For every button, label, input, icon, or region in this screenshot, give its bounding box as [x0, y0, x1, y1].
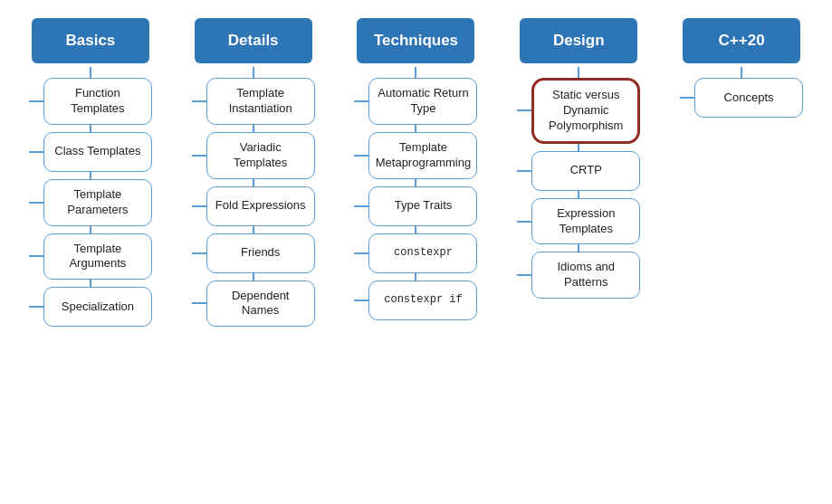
h-line: [517, 109, 531, 111]
column-details: DetailsTemplate InstantiationVariadic Te…: [172, 18, 335, 327]
connector-v-design: [578, 67, 579, 78]
card-item: Fold Expressions: [206, 186, 315, 226]
item-row: CRTP: [497, 151, 660, 191]
column-basics: BasicsFunction TemplatesClass TemplatesT…: [9, 18, 172, 327]
item-row: constexpr if: [335, 281, 498, 320]
h-line: [354, 205, 368, 207]
card-item: CRTP: [531, 151, 640, 191]
h-line: [192, 100, 206, 102]
item-row: Template Parameters: [9, 179, 172, 226]
connector-v-basics: [90, 67, 91, 78]
h-line: [29, 100, 43, 102]
h-line: [192, 252, 206, 254]
item-row: Idioms and Patterns: [497, 252, 660, 299]
seg-v: [415, 179, 416, 186]
h-line: [192, 155, 206, 157]
h-line: [29, 255, 43, 257]
h-line: [680, 97, 694, 99]
seg-v: [578, 244, 579, 252]
item-row: Friends: [172, 233, 335, 273]
h-line: [354, 155, 368, 157]
item-row: Class Templates: [9, 132, 172, 172]
seg-v: [253, 125, 254, 132]
card-item: Variadic Templates: [206, 132, 315, 179]
col-header-details: Details: [195, 18, 312, 63]
card-item: Automatic Return Type: [368, 78, 477, 125]
item-row: Variadic Templates: [172, 132, 335, 179]
seg-v: [253, 179, 254, 186]
card-item: constexpr if: [368, 281, 477, 320]
seg-v: [578, 191, 579, 198]
seg-v: [90, 280, 91, 287]
card-item: Expression Templates: [531, 198, 640, 245]
column-design: DesignStatic versus Dynamic Polymorphism…: [497, 18, 660, 299]
connector-v-cpp20: [741, 67, 742, 78]
h-line: [354, 252, 368, 254]
seg-v: [90, 125, 91, 132]
card-item: Template Instantiation: [206, 78, 315, 125]
h-line: [354, 100, 368, 102]
item-row: Function Templates: [9, 78, 172, 125]
seg-v: [415, 226, 416, 233]
card-item: Template Arguments: [43, 233, 152, 281]
seg-v: [90, 226, 91, 233]
card-item: Static versus Dynamic Polymorphism: [531, 78, 640, 144]
h-line: [29, 151, 43, 153]
card-item: Dependent Names: [206, 281, 315, 328]
h-line: [354, 300, 368, 301]
h-line: [29, 202, 43, 204]
item-row: Specialization: [9, 287, 172, 327]
item-row: Static versus Dynamic Polymorphism: [497, 78, 660, 144]
item-row: Automatic Return Type: [335, 78, 498, 125]
column-cpp20: C++20Concepts: [660, 18, 823, 118]
card-item: Class Templates: [43, 132, 152, 172]
connector-v-details: [253, 67, 254, 78]
h-line: [192, 205, 206, 207]
item-row: Dependent Names: [172, 281, 335, 328]
card-item: constexpr: [368, 233, 477, 273]
item-row: Fold Expressions: [172, 186, 335, 226]
h-line: [517, 274, 531, 276]
item-row: Template Metaprogramming: [335, 132, 498, 179]
item-row: Template Arguments: [9, 233, 172, 281]
seg-v: [90, 172, 91, 179]
diagram: BasicsFunction TemplatesClass TemplatesT…: [9, 18, 823, 327]
seg-v: [415, 125, 416, 132]
card-item: Function Templates: [43, 78, 152, 125]
h-line: [517, 170, 531, 172]
item-row: Expression Templates: [497, 198, 660, 245]
seg-v: [253, 273, 254, 281]
item-row: constexpr: [335, 233, 498, 273]
seg-v: [253, 226, 254, 233]
card-item: Specialization: [43, 287, 152, 327]
card-item: Idioms and Patterns: [531, 252, 640, 299]
h-line: [192, 302, 206, 304]
card-item: Template Metaprogramming: [368, 132, 477, 179]
card-item: Template Parameters: [43, 179, 152, 226]
item-row: Type Traits: [335, 186, 498, 226]
column-techniques: TechniquesAutomatic Return TypeTemplate …: [335, 18, 498, 320]
h-line: [517, 221, 531, 223]
item-row: Concepts: [660, 78, 823, 118]
col-header-basics: Basics: [32, 18, 149, 63]
connector-v-techniques: [415, 67, 416, 78]
h-line: [29, 306, 43, 308]
seg-v: [578, 144, 579, 151]
card-item: Concepts: [694, 78, 803, 118]
card-item: Friends: [206, 233, 315, 273]
seg-v: [415, 273, 416, 281]
col-header-cpp20: C++20: [683, 18, 800, 63]
col-header-techniques: Techniques: [357, 18, 474, 63]
col-header-design: Design: [520, 18, 637, 63]
card-item: Type Traits: [368, 186, 477, 226]
item-row: Template Instantiation: [172, 78, 335, 125]
